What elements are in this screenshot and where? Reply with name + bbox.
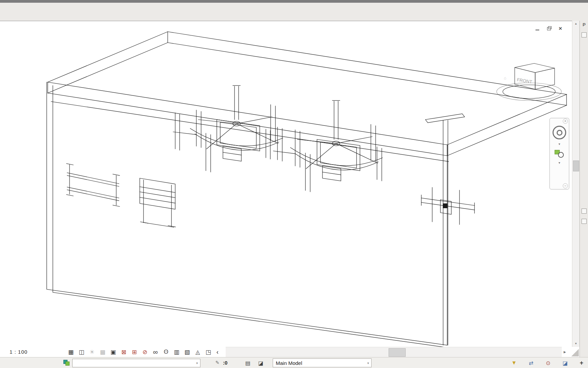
horizontal-scroll-thumb[interactable] (389, 348, 406, 357)
scroll-up-icon[interactable]: ▲ (572, 21, 579, 27)
displacement-sets-icon[interactable]: ◳ (204, 348, 212, 356)
ceiling-mount-2[interactable] (266, 101, 382, 192)
rendering-dialog-icon[interactable]: ▣ (109, 348, 117, 356)
viewcube[interactable]: ⌂ FRONT (497, 63, 561, 101)
steering-wheel-hub (557, 130, 562, 136)
3d-wireframe-model: ⌂ FRONT (0, 21, 572, 347)
design-option-value: Main Model (273, 360, 365, 366)
navbar-collapse-icon[interactable]: − (563, 183, 568, 188)
temporary-hide-isolate-icon[interactable]: ∞ (151, 348, 160, 356)
active-workset-select[interactable]: ▾ (72, 359, 200, 367)
ribbon-area (0, 3, 588, 21)
visual-style-icon[interactable]: ▦ (67, 348, 75, 356)
status-bar: ▾ ✎ :0 ▤ ◪ Main Model ▾ ▼ ⇄ ⊙ ◪ + (0, 357, 588, 368)
scroll-down-icon[interactable]: ▼ (572, 341, 579, 347)
select-by-face-icon[interactable]: ◪ (560, 358, 570, 367)
temporary-view-properties-icon[interactable]: ▧ (183, 348, 191, 356)
viewcube-home-icon[interactable]: ⌂ (504, 76, 506, 80)
wall-mount-1[interactable] (66, 164, 120, 206)
view-restore-icon[interactable] (545, 26, 552, 31)
ceiling-mount-1[interactable] (173, 86, 283, 172)
horizontal-scrollbar[interactable] (226, 347, 562, 357)
view-control-bar-collapse-icon[interactable]: ‹ (215, 348, 220, 356)
chevron-down-icon[interactable]: ▾ (365, 361, 371, 365)
view-scale-button[interactable]: 1 : 100 (10, 349, 28, 355)
navigation-bar: × ▾ ▾ − (549, 118, 569, 189)
view-close-icon[interactable]: × (557, 26, 564, 31)
select-pinned-icon[interactable]: ⊙ (543, 358, 553, 367)
panel-tab-icon[interactable] (582, 209, 587, 214)
scroll-right-icon[interactable]: ▶ (562, 347, 568, 357)
analytical-model-icon[interactable]: ◬ (194, 348, 202, 356)
lock-3d-view-icon[interactable]: ⊘ (141, 348, 149, 356)
properties-panel-strip[interactable]: P (579, 21, 588, 357)
drag-on-selection-icon[interactable]: + (577, 358, 586, 367)
design-options-dialog-icon[interactable]: ◪ (256, 359, 265, 367)
properties-panel-label: P (580, 22, 588, 27)
steering-wheel-icon[interactable] (553, 126, 566, 139)
view-minimize-icon[interactable] (534, 26, 541, 31)
reveal-hidden-elements-icon[interactable]: ʘ (162, 348, 170, 356)
editing-requests-icon[interactable]: ✎ (215, 360, 220, 365)
worksharing-display-icon[interactable]: ▥ (172, 348, 181, 356)
pole-mount-model[interactable] (421, 114, 474, 345)
detail-level-icon[interactable]: ◫ (77, 348, 86, 356)
shadows-icon[interactable]: ▩ (99, 348, 107, 356)
vertical-scroll-thumb[interactable] (573, 160, 579, 171)
magnifier-icon (558, 152, 564, 158)
view-control-bar: 1 : 100 ▦ ◫ ☀ ▩ ▣ ⊠ ⊞ ⊘ ∞ ʘ ▥ ▧ ◬ ◳ ‹ (0, 347, 226, 357)
wall-model[interactable] (47, 82, 449, 347)
titlebar-strip (0, 0, 588, 3)
design-option-select[interactable]: Main Model ▾ (273, 358, 372, 367)
sun-path-icon[interactable]: ☀ (88, 348, 96, 356)
navbar-close-icon[interactable]: × (563, 119, 568, 124)
panel-tab-icon[interactable] (582, 219, 587, 224)
worksets-dialog-icon[interactable]: ▤ (243, 359, 252, 367)
select-links-icon[interactable]: ⇄ (526, 358, 536, 367)
vertical-scrollbar[interactable]: ▲ ▼ (572, 21, 579, 347)
zoom-options-caret-icon[interactable]: ▾ (558, 161, 560, 165)
ceiling-slab-model[interactable] (48, 32, 567, 156)
zoom-region-icon[interactable] (555, 149, 564, 158)
filter-icon[interactable]: ▼ (509, 358, 519, 367)
resize-grip[interactable] (568, 347, 579, 357)
panel-tab-icon[interactable] (582, 32, 587, 37)
show-crop-region-icon[interactable]: ⊞ (130, 348, 138, 356)
chevron-down-icon[interactable]: ▾ (194, 361, 200, 365)
wall-mount-2[interactable] (140, 178, 176, 227)
workset-status-icon (63, 360, 70, 366)
editing-requests-count[interactable]: :0 (223, 360, 227, 366)
wheel-options-caret-icon[interactable]: ▾ (558, 142, 560, 146)
view-window-controls: × (534, 26, 564, 31)
drawing-canvas[interactable]: ⌂ FRONT (0, 21, 572, 347)
crop-view-icon[interactable]: ⊠ (120, 348, 128, 356)
